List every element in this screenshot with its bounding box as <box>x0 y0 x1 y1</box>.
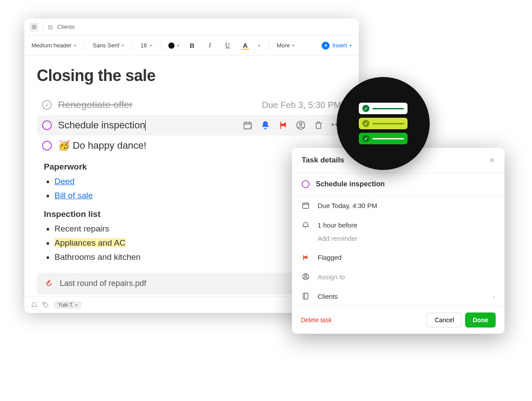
badge-row: ✓ <box>359 118 408 129</box>
badge-row: ✓ <box>359 103 408 114</box>
heading-style-dropdown[interactable]: Medium header▾ <box>31 42 76 49</box>
svg-rect-0 <box>32 25 36 29</box>
task-checkbox[interactable] <box>302 180 310 188</box>
reminder-row[interactable]: 1 hour before <box>292 215 505 235</box>
svg-point-7 <box>305 275 307 277</box>
assignee-icon[interactable] <box>296 120 306 130</box>
panel-task-name-row[interactable]: Schedule inspection <box>292 173 505 195</box>
task-label: Renegotiate offer <box>58 99 132 111</box>
more-dropdown[interactable]: More▾ <box>277 42 295 49</box>
text-color-dropdown[interactable]: ▾ <box>168 42 179 49</box>
reminder-footer-icon[interactable] <box>31 301 38 308</box>
author-pill[interactable]: Yuki T.▾ <box>54 301 82 309</box>
flag-icon <box>302 254 311 261</box>
task-checkbox[interactable] <box>42 100 52 110</box>
tag-footer-icon[interactable] <box>42 301 49 308</box>
notebook-row[interactable]: Clients › <box>292 286 505 306</box>
pdf-icon <box>45 279 54 288</box>
close-icon[interactable]: ✕ <box>489 156 495 165</box>
font-family-dropdown[interactable]: Sans Serif▾ <box>93 42 124 49</box>
task-details-panel: Task details ✕ Schedule inspection Due T… <box>292 148 505 334</box>
bell-icon <box>302 221 311 229</box>
highlight-dropdown-caret[interactable]: ▾ <box>258 43 260 48</box>
badge-row: ✓ <box>359 133 408 144</box>
italic-button[interactable]: I <box>205 42 215 49</box>
font-size-dropdown[interactable]: 16▾ <box>140 42 151 49</box>
assign-row[interactable]: Assign to <box>292 267 505 286</box>
svg-rect-5 <box>303 203 309 208</box>
underline-button[interactable]: U <box>223 42 233 49</box>
highlight-button[interactable]: A <box>241 42 250 49</box>
assignee-icon <box>302 273 311 281</box>
task-label: Schedule inspection <box>58 120 146 131</box>
panel-footer: Delete task Cancel Done <box>292 306 505 334</box>
bold-button[interactable]: B <box>187 42 197 49</box>
task-due: Due Feb 3, 5:30 PM <box>262 100 341 110</box>
bell-icon[interactable] <box>260 120 270 130</box>
task-row[interactable]: Schedule inspection ••• <box>37 115 346 135</box>
formatting-toolbar: Medium header▾ Sans Serif▾ 16▾ ▾ B I U A… <box>24 35 359 56</box>
flag-icon[interactable] <box>278 120 288 130</box>
task-row[interactable]: Renegotiate offer Due Feb 3, 5:30 PM <box>37 95 346 115</box>
delete-task-button[interactable]: Delete task <box>301 316 332 324</box>
trash-icon[interactable] <box>314 120 323 130</box>
panel-task-name: Schedule inspection <box>316 180 385 188</box>
svg-rect-8 <box>303 293 308 299</box>
breadcrumb-bar: ▤ Clients <box>24 19 359 35</box>
feature-badge: ✓ ✓ ✓ <box>337 77 430 170</box>
task-checkbox[interactable] <box>42 120 52 130</box>
divider <box>43 23 43 31</box>
done-button[interactable]: Done <box>465 312 496 328</box>
chevron-right-icon: › <box>493 293 495 300</box>
svg-point-3 <box>299 123 302 126</box>
app-icon[interactable] <box>30 23 39 31</box>
add-reminder-row[interactable]: Add reminder <box>292 235 505 248</box>
note-icon: ▤ <box>48 24 53 30</box>
text-cursor <box>145 120 146 131</box>
attachment-name: Last round of repairs.pdf <box>60 279 146 288</box>
link[interactable]: Bill of sale <box>54 191 93 200</box>
cancel-button[interactable]: Cancel <box>427 312 462 328</box>
calendar-add-icon[interactable] <box>243 120 252 130</box>
task-label: 🥳 Do happy dance! <box>58 140 146 151</box>
insert-button[interactable]: + Insert ▾ <box>322 42 352 50</box>
svg-point-4 <box>44 303 45 304</box>
task-checkbox[interactable] <box>42 141 52 150</box>
due-row[interactable]: Due Today, 4:30 PM <box>292 196 505 215</box>
calendar-icon <box>302 201 311 209</box>
plus-icon: + <box>322 42 330 50</box>
flag-row[interactable]: Flagged <box>292 248 505 267</box>
page-title: Closing the sale <box>37 66 346 85</box>
notebook-icon <box>302 292 311 300</box>
breadcrumb-notebook[interactable]: Clients <box>57 23 75 30</box>
link[interactable]: Deed <box>54 177 74 186</box>
task-action-bar: ••• <box>243 120 341 130</box>
